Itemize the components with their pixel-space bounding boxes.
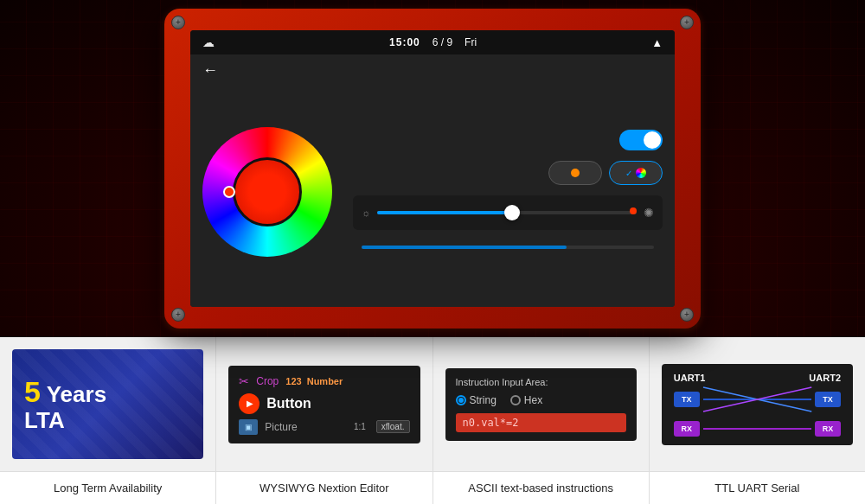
scissors-icon: ✂ xyxy=(239,374,249,388)
editor-row-2: Button xyxy=(239,393,409,414)
number-icon: 123 xyxy=(285,376,301,386)
top-controls: ✓ ☼ xyxy=(202,84,663,300)
toggle-knob xyxy=(644,131,661,149)
checkmark-icon: ✓ xyxy=(625,169,632,178)
card-uart-label: TTL UART Serial xyxy=(650,471,865,504)
ratio-icon: 1:1 xyxy=(354,422,366,431)
radio-hex-label: Hex xyxy=(524,394,542,406)
number-label: 123 Number xyxy=(285,376,345,386)
lta-background: 5 Years LTA xyxy=(12,349,203,459)
day-display: Fri xyxy=(465,36,477,48)
editor-inner: ✂ Crop 123 Number Button ▣ Picture xyxy=(228,366,420,443)
years-label: Years xyxy=(47,381,106,407)
uart-diagram: TX TX RX xyxy=(674,392,841,437)
back-button[interactable]: ← xyxy=(202,60,227,80)
years-number: 5 xyxy=(24,375,41,408)
lta-text: 5 Years LTA xyxy=(24,376,191,433)
device-area: ☁ 15:00 6 / 9 Fri ▲ ← xyxy=(0,0,865,337)
screw-bl xyxy=(171,308,185,322)
card-lta-content: 5 Years LTA xyxy=(0,337,215,471)
time-display: 15:00 xyxy=(389,36,420,48)
button-label: Button xyxy=(266,396,311,411)
screen-main: ← xyxy=(190,54,675,307)
brightness-track[interactable] xyxy=(377,211,637,214)
play-button[interactable] xyxy=(239,393,260,414)
card-editor-content: ✂ Crop 123 Number Button ▣ Picture xyxy=(216,337,432,471)
card-ascii: Instruction Input Area: String Hex n0.va… xyxy=(433,337,650,504)
main-content: ☁ 15:00 6 / 9 Fri ▲ ← xyxy=(0,0,865,504)
right-controls: ✓ ☼ xyxy=(344,130,663,254)
radio-row: String Hex xyxy=(456,394,626,406)
card-editor-label: WYSIWYG Nextion Editor xyxy=(216,471,432,504)
card-ascii-content: Instruction Input Area: String Hex n0.va… xyxy=(433,337,649,471)
instruction-input[interactable]: n0.val*=2 xyxy=(456,413,626,432)
wifi-icon: ▲ xyxy=(651,36,663,49)
radio-string-dot xyxy=(456,395,466,405)
color-fill xyxy=(362,246,567,249)
color-wheel-inner xyxy=(233,157,302,226)
card-editor: ✂ Crop 123 Number Button ▣ Picture xyxy=(216,337,432,504)
picture-label: Picture xyxy=(265,421,297,433)
crop-label: Crop xyxy=(256,375,279,387)
device-screen: ☁ 15:00 6 / 9 Fri ▲ ← xyxy=(190,30,675,307)
picture-icon: ▣ xyxy=(239,419,258,435)
uart-header: UART1 UART2 xyxy=(674,373,841,383)
color-slider-row[interactable] xyxy=(353,240,663,254)
cloud-icon: ☁ xyxy=(202,35,215,49)
radio-string-label: String xyxy=(470,394,497,406)
screw-tl xyxy=(171,16,185,29)
pill-controls: ✓ xyxy=(353,161,663,185)
status-bar: ☁ 15:00 6 / 9 Fri ▲ xyxy=(190,30,675,54)
color-wheel-container[interactable] xyxy=(202,127,332,257)
instruction-title: Instruction Input Area: xyxy=(456,377,626,387)
uart1-tx-chip: TX xyxy=(674,392,700,407)
uart1-rx-chip: RX xyxy=(674,421,700,437)
pill-control-1[interactable] xyxy=(548,161,602,185)
uart-inner: UART1 UART2 TX xyxy=(662,364,853,445)
brightness-high-icon: ✺ xyxy=(644,206,654,220)
radio-hex[interactable]: Hex xyxy=(510,394,542,406)
radio-hex-dot xyxy=(510,395,521,405)
radio-string[interactable]: String xyxy=(456,394,497,406)
uart-tx-line xyxy=(703,399,811,400)
brightness-slider-row[interactable]: ☼ ✺ xyxy=(353,195,663,230)
feature-cards: 5 Years LTA Long Term Availability ✂ Cro… xyxy=(0,337,865,504)
brightness-low-icon: ☼ xyxy=(362,207,370,218)
xfloat-label: xfloat. xyxy=(376,420,410,433)
main-toggle[interactable] xyxy=(619,130,663,150)
device-frame: ☁ 15:00 6 / 9 Fri ▲ ← xyxy=(164,9,701,329)
slider-fill xyxy=(377,211,512,214)
color-dot xyxy=(636,168,646,178)
uart2-tx-chip: TX xyxy=(815,392,841,407)
date-day: 15:00 6 / 9 Fri xyxy=(389,36,477,48)
slider-thumb[interactable] xyxy=(504,205,520,220)
editor-row-3: ▣ Picture 1:1 xfloat. xyxy=(239,419,409,435)
color-track[interactable] xyxy=(362,246,654,249)
card-uart-content: UART1 UART2 TX xyxy=(650,337,865,471)
uart-rx-row: RX RX xyxy=(674,421,841,437)
pill-control-2[interactable]: ✓ xyxy=(609,161,663,185)
card-lta-label: Long Term Availability xyxy=(0,471,215,504)
slider-red-dot xyxy=(630,207,637,214)
card-lta: 5 Years LTA Long Term Availability xyxy=(0,337,216,504)
date-display: 6 / 9 xyxy=(432,36,452,48)
uart-rx-line xyxy=(703,428,811,430)
color-wheel-selector xyxy=(223,186,235,198)
card-uart: UART1 UART2 TX xyxy=(650,337,865,504)
color-wheel[interactable] xyxy=(202,127,332,257)
uart-tx-row: TX TX xyxy=(674,392,841,407)
uart2-rx-chip: RX xyxy=(815,421,841,437)
pill-1-icon xyxy=(571,169,580,177)
uart2-label: UART2 xyxy=(809,373,841,383)
ascii-inner: Instruction Input Area: String Hex n0.va… xyxy=(445,368,637,441)
uart1-label: UART1 xyxy=(674,373,706,383)
screw-br xyxy=(680,308,694,322)
uart-cross-svg xyxy=(703,386,811,412)
editor-row-1: ✂ Crop 123 Number xyxy=(239,374,409,388)
toggle-row xyxy=(353,130,663,150)
screw-tr xyxy=(680,16,694,29)
lta-label: LTA xyxy=(24,407,65,433)
card-ascii-label: ASCII text-based instructions xyxy=(433,471,649,504)
